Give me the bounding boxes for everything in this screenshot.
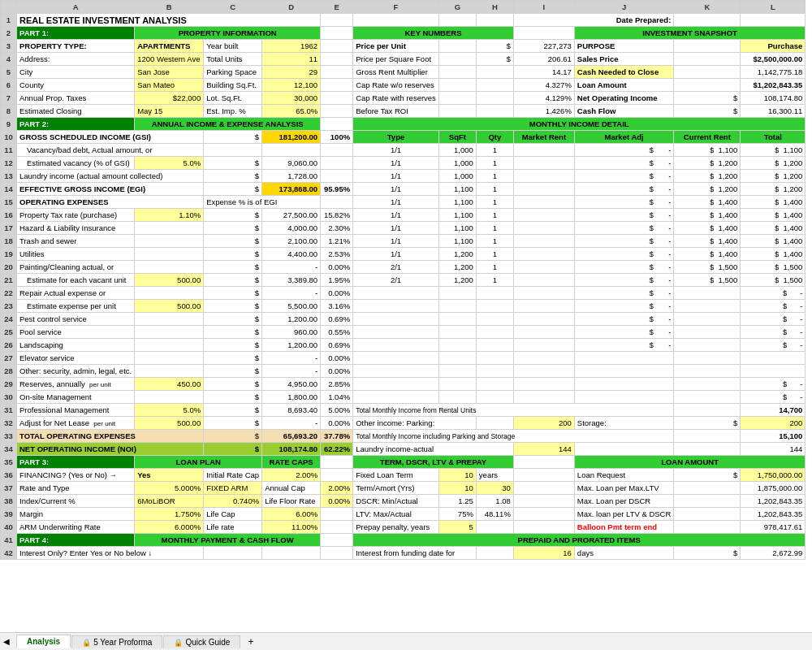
row-1-num: 1 (1, 14, 17, 27)
initial-cap-value[interactable]: 2.00% (262, 469, 321, 482)
city-value[interactable]: San Jose (135, 66, 204, 79)
r5e (321, 66, 353, 79)
life-rate-value[interactable]: 11.00% (262, 521, 321, 534)
repair-est-per[interactable]: 500.00 (135, 300, 204, 313)
unit-20-qty: 1 (476, 261, 513, 274)
row-31-num: 31 (1, 404, 17, 417)
laundry-value: 1,728.00 (262, 170, 321, 183)
storage-value[interactable]: 200 (741, 417, 806, 430)
prof-mgmt-label: Professional Management (17, 404, 135, 417)
purpose-value[interactable]: Purchase (741, 40, 806, 53)
unit-20-type: 2/1 (353, 261, 439, 274)
unit-29-total: $ - (741, 378, 806, 391)
unit-12-type: 1/1 (353, 157, 439, 170)
cash-flow-label: Cash Flow (574, 105, 673, 118)
row-36-num: 36 (1, 469, 17, 482)
taxes-value[interactable]: $22,000 (135, 92, 204, 105)
total-units-value[interactable]: 11 (262, 53, 321, 66)
pest-pct: 0.69% (321, 313, 353, 326)
max-dscr-value: 1,202,843.35 (741, 495, 806, 508)
r42d (262, 547, 321, 560)
net-lease-amt[interactable]: 500.00 (135, 417, 204, 430)
floor-value[interactable]: 0.00% (321, 495, 353, 508)
index-pct[interactable]: 0.740% (204, 495, 262, 508)
tab-quickguide[interactable]: 🔒Quick Guide (163, 635, 240, 648)
vacancy-pct[interactable]: 5.0% (135, 157, 204, 170)
r11e (321, 144, 353, 157)
rate-value[interactable]: 5.000% (135, 482, 204, 495)
unit-21-market-adj: $ - (574, 274, 673, 287)
arm-value[interactable]: 6.000% (135, 521, 204, 534)
financing-yn-value[interactable]: Yes (135, 469, 204, 482)
year-built-value[interactable]: 1962 (262, 40, 321, 53)
row-19-num: 19 (1, 248, 17, 261)
county-value[interactable]: San Mateo (135, 79, 204, 92)
annual-cap-value[interactable]: 2.00% (321, 482, 353, 495)
row-3-num: 3 (1, 40, 17, 53)
index-value[interactable]: 6MoLiBOR (135, 495, 204, 508)
max-both-value: 1,202,843.35 (741, 508, 806, 521)
est-imp-value[interactable]: 65.0% (262, 105, 321, 118)
property-type-value[interactable]: APARTMENTS (135, 40, 204, 53)
unit-15-total: $ 1,400 (741, 196, 806, 209)
loan-request-value[interactable]: 1,750,000.00 (741, 469, 806, 482)
reserves-amt[interactable]: 450.00 (135, 378, 204, 391)
other-income-value[interactable]: 200 (513, 417, 574, 430)
amort-value1[interactable]: 10 (438, 482, 476, 495)
lot-sqft-value[interactable]: 30,000 (262, 92, 321, 105)
cash-needed-label: Cash Needed to Close (574, 66, 673, 79)
tab-nav-prev[interactable]: ◀ (3, 637, 10, 646)
painting-est-per[interactable]: 500.00 (135, 274, 204, 287)
unit-12-sqft: 1,000 (438, 157, 476, 170)
margin-value[interactable]: 1.750% (135, 508, 204, 521)
floor-label: Life Floor Rate (262, 495, 321, 508)
tab-add-button[interactable]: + (241, 635, 260, 649)
cash-needed-value: 1,142,775.18 (741, 66, 806, 79)
net-lease-label: Adjust for Net Lease per unit (17, 417, 135, 430)
r40k (674, 521, 741, 534)
r18b (135, 235, 204, 248)
part4-title: MONTHLY PAYMENT & CASH FLOW (135, 534, 321, 547)
r34j (574, 443, 673, 456)
parking-value[interactable]: 29 (262, 66, 321, 79)
unit-28-market-adj (574, 365, 673, 378)
life-cap-value[interactable]: 6.00% (262, 508, 321, 521)
financing-yn-label: FINANCING? (Yes or No) → (17, 469, 135, 482)
r41e (321, 534, 353, 547)
rate-type[interactable]: FIXED ARM (204, 482, 262, 495)
fixed-term-value[interactable]: 10 (438, 469, 476, 482)
r24b (135, 313, 204, 326)
col-current-rent-header: Current Rent (674, 131, 741, 144)
unit-18-sqft: 1,100 (438, 235, 476, 248)
unit-14-total: $ 1,200 (741, 183, 806, 196)
tab-analysis[interactable]: Analysis (16, 635, 71, 648)
closing-value[interactable]: May 15 (135, 105, 204, 118)
prof-mgmt-pct[interactable]: 5.0% (135, 404, 204, 417)
elevator-pct: 0.00% (321, 352, 353, 365)
interest-days[interactable]: 16 (513, 547, 574, 560)
taxes-label: Annual Prop. Taxes (17, 92, 135, 105)
unit-26-market-rent (513, 339, 574, 352)
prop-tax-pct[interactable]: 1.10% (135, 209, 204, 222)
amort-value2[interactable]: 30 (476, 482, 513, 495)
laundry-actual-value[interactable]: 144 (513, 443, 574, 456)
noi-snap-label: Net Operating Income (574, 92, 673, 105)
r17b (135, 222, 204, 235)
address-value[interactable]: 1200 Western Ave (135, 53, 204, 66)
r36e (321, 469, 353, 482)
row-30-num: 30 (1, 391, 17, 404)
landscape-pct: 0.69% (321, 339, 353, 352)
r39i (513, 508, 574, 521)
tab-5year[interactable]: 🔒5 Year Proforma (71, 635, 162, 648)
unit-30-total: $ - (741, 391, 806, 404)
r26c-dollar: $ (204, 339, 262, 352)
unit-29-qty (476, 378, 513, 391)
max-ltv-label: Max. Loan per Max.LTV (574, 482, 673, 495)
painting-est-value: 3,389.80 (262, 274, 321, 287)
property-type-label: PROPERTY TYPE: (17, 40, 135, 53)
r4h-dollar: $ (476, 53, 513, 66)
prepay-value[interactable]: 5 (438, 521, 476, 534)
snapshot-title: INVESTMENT SNAPSHOT (574, 27, 805, 40)
unit-29-current-rent (674, 378, 741, 391)
bldg-sqft-value[interactable]: 12,100 (262, 79, 321, 92)
